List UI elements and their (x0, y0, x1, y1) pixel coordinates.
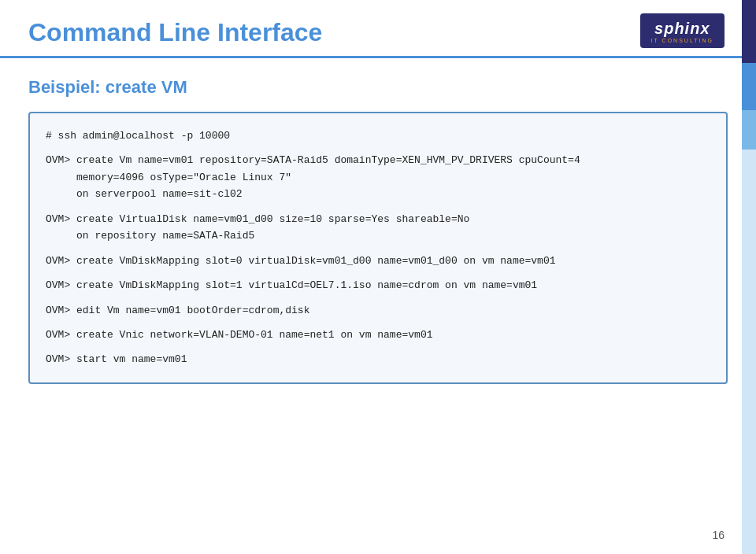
code-block-wrapper: # ssh admin@localhost -p 10000 OVM> crea… (28, 112, 728, 384)
code-line: OVM> create VmDiskMapping slot=1 virtual… (46, 277, 710, 294)
code-line: OVM> create Vnic network=VLAN-DEMO-01 na… (46, 327, 710, 343)
code-line (46, 319, 710, 327)
code-line (46, 269, 710, 277)
code-line: OVM> create Vm name=vm01 repository=SATA… (46, 152, 710, 168)
code-line (46, 245, 710, 253)
code-line: on serverpool name=sit-cl02 (46, 186, 710, 202)
code-line: OVM> edit Vm name=vm01 bootOrder=cdrom,d… (46, 302, 710, 319)
code-block: # ssh admin@localhost -p 10000 OVM> crea… (46, 127, 710, 368)
page-title: Command Line Interface (28, 17, 322, 47)
logo-subtitle: IT CONSULTING (651, 38, 713, 43)
header: Command Line Interface sphinx IT CONSULT… (0, 0, 756, 58)
code-line: # ssh admin@localhost -p 10000 (46, 127, 710, 144)
section-subtitle: Beispiel: create VM (28, 77, 728, 98)
code-line: OVM> create VmDiskMapping slot=0 virtual… (46, 253, 710, 269)
logo-area: sphinx IT CONSULTING (640, 13, 724, 48)
logo-brand: sphinx (654, 20, 710, 38)
code-line (46, 203, 710, 211)
code-line (46, 294, 710, 302)
logo-container: sphinx IT CONSULTING (640, 13, 724, 48)
code-line (46, 343, 710, 351)
code-line (46, 144, 710, 152)
code-line: memory=4096 osType="Oracle Linux 7" (46, 169, 710, 186)
page-number: 16 (712, 529, 724, 541)
code-line: on repository name=SATA-Raid5 (46, 227, 710, 244)
code-line: OVM> create VirtualDisk name=vm01_d00 si… (46, 211, 710, 227)
code-line: OVM> start vm name=vm01 (46, 351, 710, 367)
decorative-side-bars (742, 0, 756, 554)
section-subtitle-area: Beispiel: create VM (0, 58, 756, 112)
